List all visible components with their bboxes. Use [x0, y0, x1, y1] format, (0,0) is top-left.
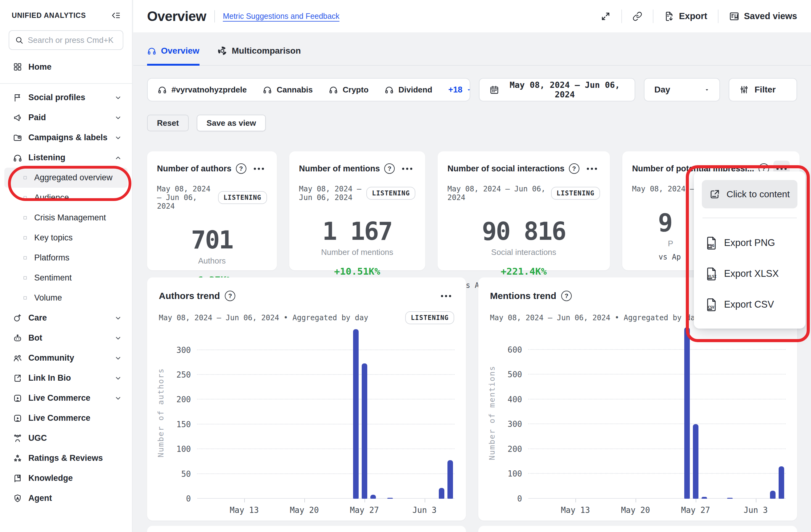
chevron-down-icon	[114, 394, 122, 402]
kpi-card-number-of-mentions: Number of mentions?May 08, 2024 – Jun 06…	[289, 151, 426, 270]
menu-item-export-xlsx[interactable]: XLSXExport XLSX	[702, 258, 797, 289]
chip-label: Cannabis	[277, 85, 313, 95]
sidebar-item-paid[interactable]: Paid	[0, 108, 132, 128]
bullet-icon	[24, 236, 27, 239]
more-menu-button[interactable]	[438, 288, 454, 304]
more-queries-button[interactable]: +18	[448, 85, 472, 95]
kpi-card-number-of-authors: Number of authors?May 08, 2024 – Jun 06,…	[147, 151, 277, 270]
help-icon[interactable]: ?	[561, 291, 572, 301]
menu-item-click-to-content[interactable]: Click to content	[702, 180, 797, 208]
sidebar-item-ratings-reviews[interactable]: Ratings & Reviews	[0, 448, 132, 468]
chevron-down-icon	[114, 314, 122, 322]
export-button[interactable]: Export	[664, 11, 707, 21]
help-icon[interactable]: ?	[236, 163, 246, 174]
folder-icon	[13, 133, 22, 142]
linkinbio-icon	[13, 374, 22, 383]
chevron-up-icon	[114, 154, 122, 162]
help-icon[interactable]: ?	[225, 291, 235, 301]
sidebar-item-agent[interactable]: Agent	[0, 488, 132, 508]
tab-multicomparison[interactable]: Multicomparison	[217, 46, 301, 66]
sidebar-item-care[interactable]: Care	[0, 308, 132, 328]
query-chip-vyrvatnohyzprdele[interactable]: #vyrvatnohyzprdele	[157, 85, 247, 95]
sidebar-item-label: Listening	[28, 153, 65, 162]
sidebar-item-key-topics[interactable]: Key topics	[4, 228, 128, 248]
sidebar-item-live-commerce[interactable]: Live Commerce	[0, 388, 132, 408]
sidebar-item-live-commerce[interactable]: Live Commerce	[0, 408, 132, 428]
sidebar-item-platforms[interactable]: Platforms	[4, 248, 128, 268]
sidebar-item-knowledge[interactable]: Knowledge	[0, 468, 132, 488]
y-axis-tick-label: 600	[489, 345, 522, 355]
kpi-value: 90 816	[447, 219, 600, 244]
search-input[interactable]	[28, 35, 117, 45]
copy-link-icon[interactable]	[632, 11, 642, 21]
chevron-down-icon	[114, 134, 122, 142]
ugc-icon	[13, 434, 22, 443]
save-as-view-button[interactable]: Save as view	[197, 115, 266, 131]
date-range-picker[interactable]: May 08, 2024 – Jun 06, 2024	[479, 78, 635, 101]
metric-suggestions-link[interactable]: Metric Suggestions and Feedback	[223, 12, 339, 21]
sidebar-item-label: UGC	[28, 433, 47, 443]
reset-button[interactable]: Reset	[147, 115, 189, 131]
sidebar-item-sentiment[interactable]: Sentiment	[4, 268, 128, 288]
sidebar-item-crisis-management[interactable]: Crisis Management	[4, 208, 128, 228]
fullscreen-icon[interactable]	[600, 11, 611, 21]
more-count: +18	[448, 85, 462, 95]
title-divider	[214, 10, 215, 22]
x-axis-tick	[365, 499, 365, 502]
sidebar-item-home[interactable]: Home	[0, 55, 132, 79]
sidebar-item-community[interactable]: Community	[0, 348, 132, 368]
y-axis-tick-label: 500	[489, 370, 522, 379]
kpi-value: 701	[157, 228, 267, 252]
top-bar: Overview Metric Suggestions and Feedback…	[133, 0, 811, 32]
query-chipbar: #vyrvatnohyzprdeleCannabisCryptoDividend…	[147, 78, 470, 101]
sidebar-item-bot[interactable]: Bot	[0, 328, 132, 348]
gridline	[197, 449, 455, 449]
query-chip-cannabis[interactable]: Cannabis	[263, 85, 313, 95]
query-chip-crypto[interactable]: Crypto	[329, 85, 368, 95]
sidebar-item-audience[interactable]: Audience	[4, 188, 128, 208]
gridline	[528, 349, 786, 350]
menu-item-export-png[interactable]: PNGExport PNG	[702, 228, 797, 258]
collapse-sidebar-icon[interactable]	[111, 11, 121, 20]
search-box[interactable]	[9, 30, 123, 50]
chart-title: Mentions trend	[490, 291, 556, 301]
sidebar-item-social-profiles[interactable]: Social profiles	[0, 88, 132, 108]
y-axis-tick-label: 200	[157, 395, 191, 404]
query-chip-dividend[interactable]: Dividend	[384, 85, 432, 95]
headphones-icon	[263, 85, 272, 94]
search-icon	[15, 36, 24, 44]
tab-overview[interactable]: Overview	[147, 46, 199, 66]
sidebar-header: UNIFIED ANALYTICS	[0, 0, 132, 20]
granularity-select[interactable]: Day	[644, 78, 720, 101]
sidebar-item-aggregated-overview[interactable]: Aggregated overview	[4, 168, 128, 188]
filepng-icon: PNG	[705, 236, 718, 250]
bar-may-30	[387, 498, 393, 499]
bullet-icon	[24, 296, 27, 300]
sidebar-item-link-in-bio[interactable]: Link In Bio	[0, 368, 132, 388]
help-icon[interactable]: ?	[569, 163, 579, 174]
saved-views-button[interactable]: Saved views	[729, 11, 797, 21]
y-axis-tick-label: 150	[157, 420, 191, 429]
help-icon[interactable]: ?	[384, 163, 395, 174]
sidebar-item-label: Care	[28, 313, 47, 323]
headphones-icon	[384, 85, 394, 94]
caret-down-icon	[466, 87, 472, 92]
more-menu-button[interactable]	[584, 160, 600, 177]
sidebar-item-volume[interactable]: Volume	[4, 288, 128, 308]
caret-down-icon	[704, 87, 709, 92]
export-file-icon	[664, 11, 674, 21]
menu-item-export-csv[interactable]: CSVExport CSV	[702, 289, 797, 320]
sidebar-item-label: Platforms	[34, 253, 70, 263]
sidebar-item-campaigns-labels[interactable]: Campaigns & labels	[0, 128, 132, 147]
bar-may-28	[370, 495, 376, 499]
more-menu-button[interactable]	[251, 160, 267, 177]
more-menu-button[interactable]	[399, 160, 415, 177]
bullet-icon	[24, 196, 27, 200]
sidebar-item-ugc[interactable]: UGC	[0, 428, 132, 448]
filter-button[interactable]: Filter	[729, 78, 797, 101]
kpi-value-label: Number of mentions	[299, 248, 416, 257]
bar-jun-5	[439, 488, 444, 499]
chevron-down-icon	[114, 354, 122, 362]
sidebar-item-listening[interactable]: Listening	[0, 147, 132, 168]
sidebar-item-label: Live Commerce	[28, 393, 90, 403]
